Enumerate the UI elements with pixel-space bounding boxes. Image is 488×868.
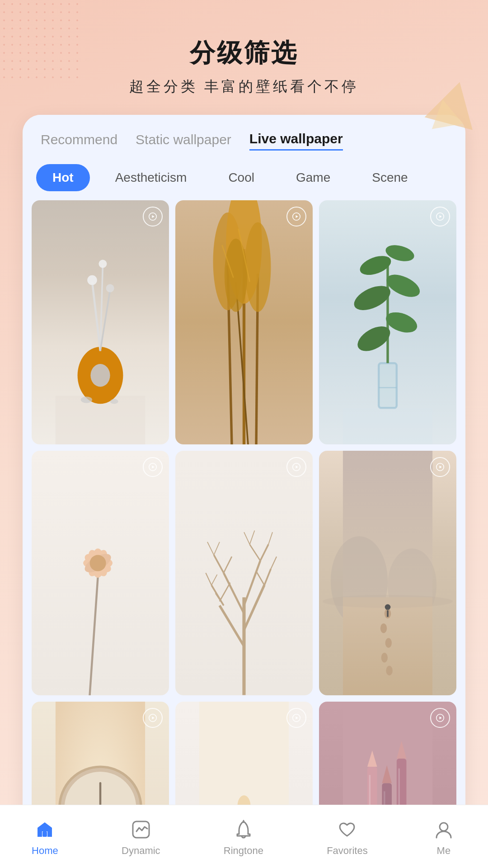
svg-line-56 (256, 571, 264, 585)
user-icon (431, 817, 456, 842)
tab-live-wallpaper[interactable]: Live wallpaper (249, 131, 343, 151)
nav-label-favorites: Favorites (327, 845, 367, 857)
bell-icon (231, 817, 256, 842)
svg-line-64 (207, 542, 214, 555)
category-aestheticism[interactable]: Aestheticism (99, 164, 203, 191)
svg-point-79 (381, 653, 388, 663)
svg-rect-115 (42, 831, 47, 837)
bottom-navigation: Home Dynamic Ringtone Favorites (0, 805, 488, 868)
nav-item-favorites[interactable]: Favorites (327, 817, 367, 857)
tab-recommend[interactable]: Recommend (41, 132, 117, 150)
svg-marker-114 (440, 717, 442, 719)
dynamic-icon (128, 817, 154, 842)
svg-point-8 (106, 284, 114, 292)
play-button-8[interactable] (286, 708, 306, 728)
bg-decoration-triangle-2 (427, 97, 463, 129)
svg-line-67 (244, 533, 250, 545)
svg-rect-26 (379, 363, 397, 408)
svg-line-57 (214, 555, 224, 573)
svg-marker-36 (440, 215, 442, 218)
nav-item-dynamic[interactable]: Dynamic (122, 817, 160, 857)
svg-line-50 (224, 573, 244, 614)
svg-line-49 (244, 585, 264, 630)
svg-line-48 (220, 606, 244, 646)
nav-item-ringtone[interactable]: Ringtone (224, 817, 263, 857)
nav-item-me[interactable]: Me (431, 817, 456, 857)
category-bar: Hot Aestheticism Cool Game Scene (23, 160, 465, 200)
main-card: Recommend Static wallpaper Live wallpape… (23, 115, 465, 868)
svg-point-19 (245, 222, 271, 312)
play-button-2[interactable] (286, 207, 306, 226)
category-scene[interactable]: Scene (356, 164, 424, 191)
svg-marker-24 (296, 215, 298, 218)
wallpaper-item-5[interactable] (175, 451, 313, 695)
wallpaper-item-1[interactable] (32, 200, 169, 444)
wallpaper-item-6[interactable] (319, 451, 456, 695)
svg-line-61 (206, 573, 211, 585)
wallpaper-grid (23, 200, 465, 868)
wallpaper-item-2[interactable] (175, 200, 313, 444)
svg-line-66 (268, 533, 272, 545)
svg-marker-46 (152, 466, 155, 468)
nav-item-home[interactable]: Home (32, 817, 58, 857)
category-hot[interactable]: Hot (36, 164, 90, 191)
svg-line-53 (216, 594, 224, 606)
svg-line-62 (211, 575, 217, 585)
svg-point-20 (225, 239, 247, 312)
tab-bar: Recommend Static wallpaper Live wallpape… (23, 115, 465, 160)
play-button-9[interactable] (430, 708, 450, 728)
category-cool[interactable]: Cool (212, 164, 271, 191)
tab-static-wallpaper[interactable]: Static wallpaper (136, 132, 231, 150)
svg-line-3 (92, 282, 100, 351)
home-icon (32, 817, 57, 842)
heart-icon (334, 817, 360, 842)
svg-rect-25 (343, 408, 432, 444)
svg-point-32 (383, 270, 423, 301)
svg-point-81 (385, 604, 391, 610)
play-button-1[interactable] (143, 207, 163, 226)
svg-marker-84 (440, 466, 442, 468)
svg-point-9 (81, 396, 92, 403)
svg-point-118 (440, 823, 448, 831)
wallpaper-item-4[interactable] (32, 451, 169, 695)
svg-line-59 (260, 545, 268, 561)
svg-line-65 (214, 542, 220, 555)
svg-point-7 (99, 260, 107, 268)
svg-line-55 (264, 569, 271, 585)
page-subtitle: 超全分类 丰富的壁纸看个不停 (0, 77, 488, 97)
svg-marker-12 (152, 215, 155, 218)
nav-label-ringtone: Ringtone (224, 845, 263, 857)
wallpaper-item-3[interactable] (319, 200, 456, 444)
svg-marker-70 (296, 466, 298, 468)
svg-point-10 (110, 399, 118, 404)
svg-point-78 (385, 638, 392, 648)
svg-point-6 (87, 275, 97, 285)
play-button-7[interactable] (143, 708, 163, 728)
svg-line-63 (271, 557, 277, 569)
svg-line-60 (250, 545, 260, 561)
nav-label-me: Me (437, 845, 451, 857)
svg-point-2 (90, 364, 110, 387)
svg-line-37 (90, 577, 98, 695)
svg-point-44 (90, 555, 106, 571)
category-game[interactable]: Game (280, 164, 347, 191)
nav-label-dynamic: Dynamic (122, 845, 160, 857)
svg-line-68 (250, 531, 255, 545)
svg-point-80 (386, 666, 392, 676)
svg-marker-92 (152, 717, 155, 719)
page-title: 分级筛选 (0, 36, 488, 71)
play-button-3[interactable] (430, 207, 450, 226)
svg-line-58 (224, 557, 232, 573)
nav-label-home: Home (32, 845, 58, 857)
page-header: 分级筛选 超全分类 丰富的壁纸看个不停 (0, 0, 488, 115)
svg-marker-102 (296, 717, 298, 719)
svg-point-77 (380, 623, 387, 633)
svg-line-54 (220, 583, 230, 601)
